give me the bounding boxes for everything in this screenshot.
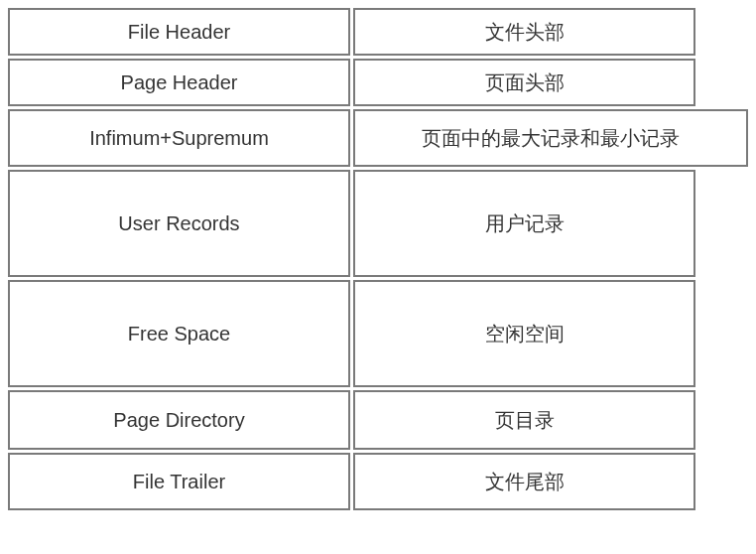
cell-english: Page Directory — [8, 390, 350, 450]
cell-chinese: 空闲空间 — [353, 280, 695, 387]
cell-chinese: 用户记录 — [353, 170, 695, 277]
table-row: File Header 文件头部 — [8, 8, 748, 56]
table-row: Page Directory 页目录 — [8, 390, 748, 450]
table-row: Free Space 空闲空间 — [8, 280, 748, 387]
cell-english: User Records — [8, 170, 350, 277]
page-structure-table: File Header 文件头部 Page Header 页面头部 Infimu… — [8, 8, 748, 510]
cell-chinese: 页面中的最大记录和最小记录 — [353, 109, 748, 167]
cell-chinese: 页面头部 — [353, 59, 695, 106]
cell-english: Page Header — [8, 59, 350, 106]
cell-english: Free Space — [8, 280, 350, 387]
cell-english: Infimum+Supremum — [8, 109, 350, 167]
cell-chinese: 文件头部 — [353, 8, 695, 56]
cell-chinese: 页目录 — [353, 390, 695, 450]
cell-english: File Trailer — [8, 453, 350, 510]
table-row: File Trailer 文件尾部 — [8, 453, 748, 510]
table-row: Infimum+Supremum 页面中的最大记录和最小记录 — [8, 109, 748, 167]
table-row: Page Header 页面头部 — [8, 59, 748, 106]
cell-chinese: 文件尾部 — [353, 453, 695, 510]
table-row: User Records 用户记录 — [8, 170, 748, 277]
cell-english: File Header — [8, 8, 350, 56]
